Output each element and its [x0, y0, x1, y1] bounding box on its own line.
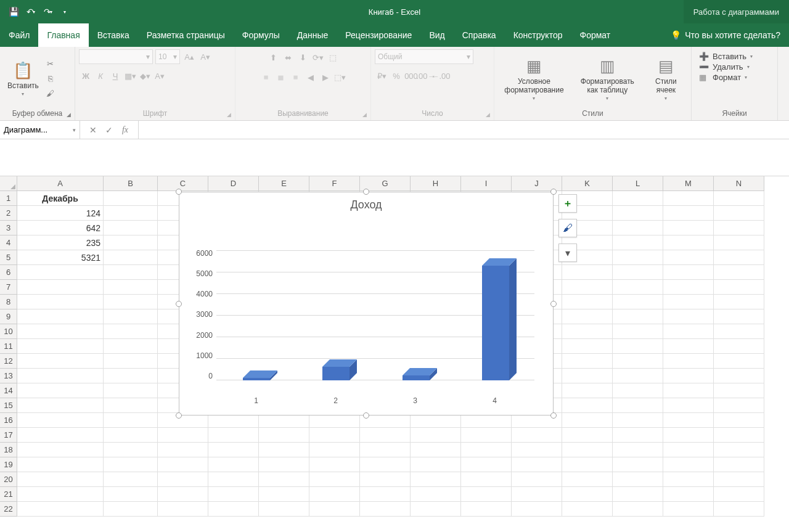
cell[interactable] — [411, 428, 461, 443]
formula-input[interactable] — [139, 121, 789, 139]
cell[interactable] — [411, 443, 461, 457]
format-as-table-button[interactable]: ▥ Форматировать как таблицу▾ — [571, 54, 644, 104]
cell[interactable] — [158, 428, 208, 443]
font-color-icon[interactable]: A▾ — [153, 69, 166, 83]
cell[interactable] — [613, 324, 663, 339]
cell[interactable] — [104, 457, 158, 472]
cell[interactable] — [360, 487, 411, 502]
cell[interactable] — [512, 502, 562, 517]
cell[interactable] — [714, 383, 764, 398]
tab-page-layout[interactable]: Разметка страницы — [138, 23, 234, 47]
orientation-icon[interactable]: ⟳▾ — [311, 51, 325, 64]
align-left-icon[interactable]: ≡ — [260, 70, 273, 84]
chart-elements-button[interactable]: ＋ — [558, 194, 577, 213]
resize-handle[interactable] — [176, 412, 182, 419]
cell[interactable] — [663, 413, 714, 428]
tab-chart-design[interactable]: Конструктор — [505, 23, 571, 47]
cell[interactable] — [613, 235, 663, 250]
cell[interactable] — [104, 221, 158, 235]
cell[interactable] — [714, 339, 764, 354]
row-header[interactable]: 19 — [0, 457, 17, 472]
cell[interactable] — [613, 280, 663, 295]
cell[interactable] — [663, 265, 714, 280]
cell[interactable] — [714, 324, 764, 339]
cell[interactable] — [613, 339, 663, 354]
cell[interactable] — [360, 472, 411, 487]
cell[interactable] — [158, 472, 208, 487]
row-header[interactable]: 5 — [0, 250, 17, 265]
cell[interactable] — [663, 502, 714, 517]
cell[interactable] — [104, 502, 158, 517]
cell[interactable] — [309, 428, 360, 443]
cell[interactable] — [259, 502, 309, 517]
cell[interactable] — [259, 472, 309, 487]
row-header[interactable]: 18 — [0, 443, 17, 457]
cell[interactable] — [17, 339, 104, 354]
resize-handle[interactable] — [176, 189, 182, 195]
cell[interactable] — [17, 280, 104, 295]
cell[interactable] — [613, 354, 663, 369]
column-header[interactable]: L — [613, 176, 663, 191]
row-header[interactable]: 16 — [0, 413, 17, 428]
cell[interactable] — [208, 502, 259, 517]
increase-font-icon[interactable]: A▴ — [182, 50, 196, 63]
cell[interactable] — [208, 487, 259, 502]
column-header[interactable]: K — [562, 176, 613, 191]
row-header[interactable]: 12 — [0, 354, 17, 369]
cell[interactable] — [613, 502, 663, 517]
cell[interactable] — [208, 428, 259, 443]
cell[interactable] — [714, 354, 764, 369]
cell[interactable] — [461, 487, 512, 502]
cell[interactable] — [663, 457, 714, 472]
cell[interactable] — [17, 413, 104, 428]
cell[interactable] — [17, 487, 104, 502]
bold-button[interactable]: Ж — [79, 69, 92, 83]
cell[interactable] — [104, 295, 158, 309]
cell[interactable] — [714, 457, 764, 472]
cell[interactable]: 5321 — [17, 250, 104, 265]
row-header[interactable]: 1 — [0, 191, 17, 206]
cell[interactable] — [714, 265, 764, 280]
dialog-launcher-icon[interactable]: ◢ — [362, 112, 367, 118]
cell[interactable] — [714, 250, 764, 265]
cell[interactable] — [613, 309, 663, 324]
cell[interactable] — [562, 443, 613, 457]
resize-handle[interactable] — [176, 301, 182, 307]
cell[interactable] — [663, 324, 714, 339]
cell[interactable] — [714, 221, 764, 235]
save-icon[interactable]: 💾 — [6, 4, 21, 19]
borders-icon[interactable]: ▦▾ — [123, 69, 137, 83]
cell[interactable] — [512, 487, 562, 502]
cell[interactable] — [714, 443, 764, 457]
cell[interactable] — [461, 502, 512, 517]
cell[interactable] — [17, 443, 104, 457]
tab-review[interactable]: Рецензирование — [337, 23, 420, 47]
cell[interactable] — [613, 428, 663, 443]
cell[interactable] — [259, 487, 309, 502]
cell[interactable] — [17, 472, 104, 487]
cell[interactable] — [309, 457, 360, 472]
cell[interactable] — [17, 369, 104, 383]
cell[interactable] — [663, 280, 714, 295]
tab-file[interactable]: Файл — [0, 23, 38, 47]
cell[interactable] — [158, 487, 208, 502]
cell[interactable] — [663, 383, 714, 398]
cell[interactable] — [562, 324, 613, 339]
column-header[interactable]: M — [663, 176, 714, 191]
row-header[interactable]: 9 — [0, 309, 17, 324]
cell[interactable] — [562, 472, 613, 487]
cell[interactable] — [613, 487, 663, 502]
cell[interactable] — [309, 487, 360, 502]
format-painter-icon[interactable]: 🖌 — [44, 87, 57, 100]
chart-filters-button[interactable]: ▾ — [558, 243, 577, 262]
cell[interactable] — [613, 295, 663, 309]
align-top-icon[interactable]: ⬆ — [267, 51, 280, 64]
cell[interactable] — [208, 443, 259, 457]
cell[interactable] — [613, 398, 663, 413]
cell[interactable] — [17, 457, 104, 472]
cell[interactable] — [562, 428, 613, 443]
cell[interactable] — [562, 487, 613, 502]
percent-icon[interactable]: % — [390, 69, 403, 83]
cell[interactable] — [259, 428, 309, 443]
column-header[interactable]: B — [104, 176, 158, 191]
